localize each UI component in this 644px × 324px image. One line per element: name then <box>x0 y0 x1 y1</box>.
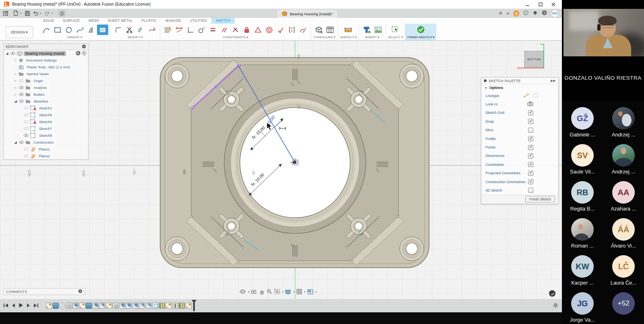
look-at-icon[interactable] <box>251 289 257 295</box>
participant-tile[interactable]: LČ Laura Če... <box>603 251 644 288</box>
sketch-palette-header[interactable]: SKETCH PALETTE ▶▶ <box>481 78 558 84</box>
file-caret-icon[interactable]: ▾ <box>20 12 21 14</box>
app-launcher-icon[interactable] <box>3 11 8 16</box>
tab-sheet-metal[interactable]: SHEET METAL <box>103 18 137 24</box>
step-back-icon[interactable] <box>11 302 16 310</box>
timeline-marker[interactable] <box>193 301 195 311</box>
timeline-settings-gear-icon[interactable] <box>553 302 559 310</box>
extend-tool-icon[interactable] <box>147 25 158 35</box>
timeline-feature-pattern[interactable] <box>179 303 185 309</box>
viewports-icon[interactable] <box>307 289 314 295</box>
timeline-feature-box[interactable] <box>152 303 158 309</box>
tab-sketch[interactable]: SKETCH <box>211 18 235 24</box>
3d-sketch-checkbox[interactable] <box>528 188 533 193</box>
corner-tool-icon[interactable] <box>185 25 196 35</box>
timeline-feature-hole[interactable] <box>66 303 72 309</box>
fit-icon[interactable] <box>274 289 280 295</box>
participant-tile[interactable]: KW Kacper ... <box>562 251 603 288</box>
fit-caret-icon[interactable]: ▾ <box>282 290 283 293</box>
lock-constraint-icon[interactable] <box>241 25 252 35</box>
save-icon[interactable] <box>24 10 31 17</box>
view-cube[interactable]: BOTTOM X <box>517 44 544 70</box>
timeline-feature-chamfer[interactable] <box>146 303 152 309</box>
rectangle-tool-icon[interactable] <box>52 25 63 35</box>
participant-tile[interactable]: ÁÁ Álvaro Vi... <box>603 214 644 251</box>
profile-checkbox[interactable] <box>528 136 533 141</box>
expand-icon[interactable]: ◢ <box>5 52 9 55</box>
close-tab-icon[interactable]: ✕ <box>499 11 503 16</box>
timeline-feature-chamfer[interactable] <box>139 303 145 309</box>
measure-icon[interactable] <box>343 25 354 35</box>
history-icon[interactable] <box>523 10 529 17</box>
linetype-dashed-icon[interactable] <box>533 92 539 99</box>
tab-surface[interactable]: SURFACE <box>58 18 84 24</box>
close-icon[interactable] <box>551 2 555 6</box>
grid-caret-icon[interactable]: ▾ <box>304 290 305 293</box>
orbit-icon[interactable] <box>239 289 246 295</box>
concentric-constraint-icon[interactable] <box>264 25 275 35</box>
timeline-feature-sketch[interactable] <box>46 303 52 309</box>
notifications-icon[interactable] <box>533 10 538 17</box>
tab-mesh[interactable]: MESH <box>84 18 103 24</box>
spline-tool-icon[interactable] <box>74 25 86 35</box>
visibility-eye-off-icon[interactable] <box>23 147 29 151</box>
expand-icon[interactable]: ▷ <box>14 86 17 89</box>
visibility-eye-icon[interactable] <box>19 86 24 89</box>
sketch-dimension-icon[interactable] <box>173 25 185 35</box>
participant-tile[interactable]: SV Saulė Vil... <box>562 140 603 177</box>
timeline-feature-extrude[interactable] <box>86 303 92 309</box>
timeline-feature-fillet[interactable] <box>126 303 132 309</box>
step-forward-icon[interactable] <box>26 302 31 310</box>
perpendicular-constraint-icon[interactable] <box>230 25 241 35</box>
timeline-feature-fillet[interactable] <box>132 303 138 309</box>
browser-item-sketch1[interactable]: Sketch1 <box>4 105 88 111</box>
browser-item-origin[interactable]: ▷ Origin <box>4 77 88 84</box>
expand-panel-icon[interactable]: ▶▶ <box>551 79 556 83</box>
browser-item-sketch7[interactable]: Sketch7 <box>4 125 88 132</box>
collapse-icon[interactable]: ◢ <box>14 99 17 103</box>
document-tab[interactable]: Bearing Housing (metal)* <box>277 10 337 18</box>
browser-item-named-views[interactable]: ▷ Named Views <box>4 70 88 77</box>
feedback-icon[interactable] <box>549 290 555 297</box>
browser-item-plane2[interactable]: Plane2 <box>4 153 88 159</box>
user-avatar-badge[interactable]: GV <box>551 10 559 17</box>
tab-manage[interactable]: MANAGE <box>161 18 186 24</box>
browser-item-sketch8[interactable]: Sketch8 <box>4 132 88 139</box>
timeline-feature-sketch[interactable] <box>106 303 112 309</box>
browser-item-sketch5[interactable]: Sketch5 <box>4 111 88 118</box>
slice-checkbox[interactable] <box>528 128 533 133</box>
equal-constraint-icon[interactable] <box>252 25 264 35</box>
visibility-eye-off-icon[interactable] <box>23 120 29 124</box>
configuration-table-icon[interactable] <box>324 25 336 35</box>
grid-icon[interactable] <box>296 289 302 295</box>
sketch-grid-checkbox[interactable] <box>528 110 533 116</box>
finish-sketch-palette-button[interactable]: Finish Sketch <box>525 196 555 202</box>
fillet-tool-icon[interactable] <box>113 25 124 35</box>
two-point-rectangle-tool-icon[interactable] <box>97 25 108 35</box>
snap-checkbox[interactable] <box>528 119 533 124</box>
visibility-eye-off-icon[interactable] <box>23 106 29 110</box>
mirror-tool-icon[interactable] <box>86 25 97 35</box>
maximize-icon[interactable] <box>539 2 543 6</box>
file-icon[interactable] <box>12 10 19 17</box>
timeline-feature-pattern[interactable] <box>159 303 165 309</box>
midpoint-constraint-icon[interactable] <box>275 25 286 35</box>
insert-image-icon[interactable] <box>372 25 384 35</box>
participant-tile[interactable]: Roman ... <box>562 214 603 251</box>
participant-tile[interactable]: RB Regita B... <box>562 177 603 214</box>
projected-geometries-checkbox[interactable] <box>528 171 533 176</box>
modify-group-label[interactable]: MODIFY ▾ <box>113 35 158 40</box>
orbit-caret-icon[interactable]: ▾ <box>248 290 249 293</box>
home-icon[interactable] <box>58 10 66 17</box>
minimize-icon[interactable] <box>526 2 530 6</box>
expand-icon[interactable]: ▷ <box>14 93 17 96</box>
sketch-pattern-icon[interactable] <box>162 25 173 35</box>
timeline-feature-hole[interactable] <box>112 303 118 309</box>
viewport-canvas[interactable]: 10.00 fx: 10.00 fx: 10.00 <box>0 41 562 299</box>
redo-icon[interactable] <box>43 10 51 17</box>
constraints-group-label[interactable]: CONSTRAINTS ▾ <box>162 35 309 40</box>
visibility-eye-icon[interactable] <box>19 140 24 144</box>
redo-caret-icon[interactable]: ▾ <box>52 12 53 14</box>
constraints-checkbox[interactable] <box>528 162 533 167</box>
create-group-label[interactable]: CREATE ▾ <box>41 35 108 40</box>
